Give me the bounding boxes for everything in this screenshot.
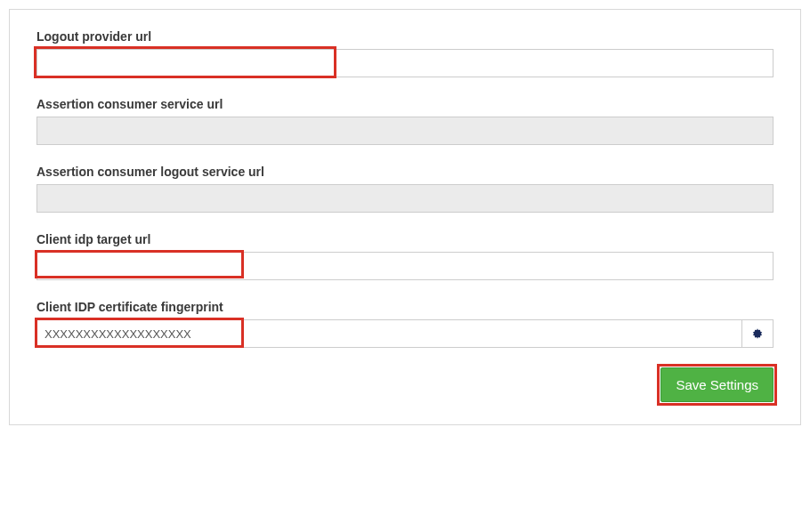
acs-logout-url-label: Assertion consumer logout service url (36, 165, 774, 179)
acs-logout-url-row (36, 184, 774, 213)
client-idp-target-label: Client idp target url (36, 232, 774, 246)
field-acs-logout-url: Assertion consumer logout service url (36, 165, 774, 213)
client-idp-target-input[interactable] (36, 252, 774, 280)
acs-url-input (36, 117, 774, 145)
client-idp-cert-row (36, 319, 774, 348)
settings-panel: Logout provider url Assertion consumer s… (9, 9, 801, 425)
cert-settings-button[interactable] (741, 319, 774, 348)
acs-url-label: Assertion consumer service url (36, 97, 774, 111)
field-logout-provider: Logout provider url (36, 29, 774, 77)
logout-provider-row (36, 49, 774, 77)
actions-bar: Save Settings (36, 367, 774, 402)
client-idp-target-row (36, 252, 774, 280)
save-wrap: Save Settings (660, 367, 774, 402)
logout-provider-input[interactable] (36, 49, 774, 77)
field-acs-url: Assertion consumer service url (36, 97, 774, 145)
client-idp-cert-input[interactable] (36, 319, 741, 348)
acs-url-row (36, 117, 774, 145)
save-settings-button[interactable]: Save Settings (660, 367, 774, 402)
gear-icon (751, 327, 764, 340)
acs-logout-url-input (36, 184, 774, 213)
field-client-idp-cert: Client IDP certificate fingerprint (36, 300, 774, 348)
logout-provider-label: Logout provider url (36, 29, 774, 44)
field-client-idp-target: Client idp target url (36, 232, 774, 280)
client-idp-cert-label: Client IDP certificate fingerprint (36, 300, 774, 314)
